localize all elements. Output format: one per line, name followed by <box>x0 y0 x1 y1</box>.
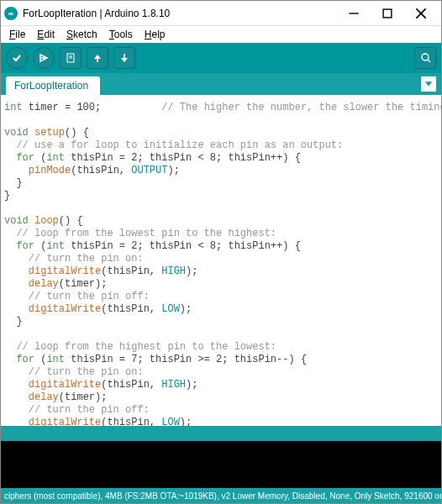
tab-sketch[interactable]: ForLoopIteration <box>6 76 100 95</box>
titlebar: ∞ ForLoopIteration | Arduino 1.8.10 <box>1 1 441 26</box>
code-editor[interactable]: int timer = 100; // The higher the numbe… <box>1 95 441 426</box>
close-button[interactable] <box>404 2 438 25</box>
menu-edit[interactable]: Edit <box>32 27 60 42</box>
menubar: File Edit Sketch Tools Help <box>1 26 441 43</box>
menu-tools[interactable]: Tools <box>104 27 138 42</box>
menu-file[interactable]: File <box>4 27 30 42</box>
save-button[interactable] <box>113 47 135 69</box>
upload-button[interactable] <box>33 47 55 69</box>
status-bar <box>1 426 441 441</box>
board-info-bar: ciphers (most compatible), 4MB (FS:2MB O… <box>1 488 441 503</box>
svg-marker-15 <box>425 81 432 87</box>
open-button[interactable] <box>87 47 108 69</box>
svg-point-13 <box>422 54 429 60</box>
svg-line-14 <box>428 60 430 62</box>
window-controls <box>337 2 438 25</box>
svg-rect-1 <box>383 9 392 18</box>
menu-help[interactable]: Help <box>139 27 171 42</box>
menu-sketch[interactable]: Sketch <box>61 27 103 42</box>
tab-menu-button[interactable] <box>421 76 436 92</box>
board-info-text: ciphers (most compatible), 4MB (FS:2MB O… <box>4 491 441 501</box>
toolbar <box>1 43 441 73</box>
minimize-button[interactable] <box>337 2 371 25</box>
tabbar: ForLoopIteration <box>1 73 441 95</box>
new-button[interactable] <box>60 47 82 69</box>
serial-monitor-button[interactable] <box>414 47 436 69</box>
window-title: ForLoopIteration | Arduino 1.8.10 <box>23 8 337 19</box>
svg-marker-11 <box>121 58 128 62</box>
console-output[interactable] <box>1 441 441 488</box>
verify-button[interactable] <box>6 47 28 69</box>
app-icon: ∞ <box>4 7 18 20</box>
svg-marker-9 <box>94 55 101 59</box>
maximize-button[interactable] <box>371 2 404 25</box>
